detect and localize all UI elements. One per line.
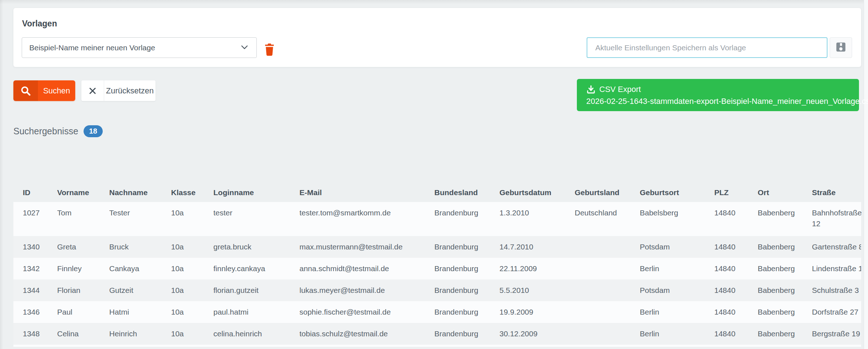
table-cell: Hatmi bbox=[109, 301, 171, 323]
table-cell: greta.bruck bbox=[213, 236, 299, 258]
table-cell: Heinrich bbox=[109, 323, 171, 345]
table-cell: tobias.schulz@testmail.de bbox=[299, 323, 434, 345]
table-cell: anna.schmidt@testmail.de bbox=[299, 258, 434, 279]
table-cell: Berlin bbox=[640, 323, 714, 345]
table-cell: 1346 bbox=[13, 301, 57, 323]
table-cell: 1342 bbox=[13, 258, 57, 279]
table-cell: Babenberg bbox=[758, 236, 812, 258]
results-table: ID Vorname Nachname Klasse Loginname E-M… bbox=[13, 183, 861, 345]
templates-card: Vorlagen Beispiel-Name meiner neuen Vorl… bbox=[13, 8, 861, 67]
save-template-group bbox=[587, 37, 852, 58]
column-header-klasse: Klasse bbox=[171, 183, 213, 202]
table-cell: paul.hatmi bbox=[213, 301, 299, 323]
table-cell: 14.7.2010 bbox=[499, 236, 575, 258]
table-cell: 14840 bbox=[714, 202, 758, 236]
table-cell: Tom bbox=[57, 202, 109, 236]
template-select-value: Beispiel-Name meiner neuen Vorlage bbox=[29, 43, 235, 52]
save-template-button[interactable] bbox=[830, 37, 852, 58]
templates-card-title: Vorlagen bbox=[22, 19, 57, 29]
table-cell: Brandenburg bbox=[434, 279, 499, 301]
table-cell bbox=[575, 323, 640, 345]
table-cell: Babelsberg bbox=[640, 202, 714, 236]
table-cell bbox=[575, 258, 640, 279]
column-header-geburtsdatum: Geburtsdatum bbox=[499, 183, 575, 202]
table-cell: 10a bbox=[171, 301, 213, 323]
table-cell: 10a bbox=[171, 236, 213, 258]
table-cell: 1348 bbox=[13, 323, 57, 345]
table-cell: Brandenburg bbox=[434, 301, 499, 323]
table-cell: 14840 bbox=[714, 279, 758, 301]
table-cell: Bahnhofstraße 12 bbox=[812, 202, 861, 236]
table-row: 1027TomTester10atestertester.tom@smartko… bbox=[13, 202, 861, 236]
table-cell: Berlin bbox=[640, 301, 714, 323]
table-cell: Brandenburg bbox=[434, 258, 499, 279]
table-cell bbox=[575, 301, 640, 323]
table-cell: Finnley bbox=[57, 258, 109, 279]
table-cell: finnley.cankaya bbox=[213, 258, 299, 279]
table-cell: Lindenstraße 15 bbox=[812, 258, 861, 279]
table-cell: Babenberg bbox=[758, 258, 812, 279]
save-icon bbox=[835, 42, 846, 54]
save-template-input[interactable] bbox=[587, 37, 827, 58]
table-cell: 10a bbox=[171, 279, 213, 301]
column-header-ort: Ort bbox=[758, 183, 812, 202]
table-cell: Potsdam bbox=[640, 236, 714, 258]
column-header-geburtsort: Geburtsort bbox=[640, 183, 714, 202]
search-button[interactable]: Suchen bbox=[13, 80, 75, 101]
csv-export-label: CSV Export bbox=[599, 83, 641, 95]
table-cell: 14840 bbox=[714, 323, 758, 345]
table-cell: tester.tom@smartkomm.de bbox=[299, 202, 434, 236]
table-cell: Tester bbox=[109, 202, 171, 236]
table-cell: Celina bbox=[57, 323, 109, 345]
csv-export-button[interactable]: CSV Export 2026-02-25-1643-stammdaten-ex… bbox=[577, 79, 859, 111]
delete-template-button[interactable] bbox=[263, 42, 276, 58]
table-cell: 10a bbox=[171, 323, 213, 345]
results-count-badge: 18 bbox=[84, 125, 102, 137]
scrollbar-track[interactable] bbox=[864, 0, 868, 349]
table-cell: Cankaya bbox=[109, 258, 171, 279]
table-cell: 1344 bbox=[13, 279, 57, 301]
table-cell: Babenberg bbox=[758, 279, 812, 301]
close-icon bbox=[81, 80, 104, 101]
table-cell: Gartenstraße 8 bbox=[812, 236, 861, 258]
table-cell: Bruck bbox=[109, 236, 171, 258]
table-cell: 10a bbox=[171, 258, 213, 279]
table-cell: lukas.meyer@testmail.de bbox=[299, 279, 434, 301]
table-cell bbox=[575, 279, 640, 301]
csv-export-filename: 2026-02-25-1643-stammdaten-export-Beispi… bbox=[586, 97, 868, 106]
results-label: Suchergebnisse bbox=[13, 126, 78, 136]
left-edge-shadow bbox=[0, 0, 3, 349]
table-row: 1344FlorianGutzeit10aflorian.gutzeitluka… bbox=[13, 279, 861, 301]
reset-button-label: Zurücksetzen bbox=[104, 80, 156, 101]
table-cell: 19.9.2009 bbox=[499, 301, 575, 323]
table-row: 1342FinnleyCankaya10afinnley.cankayaanna… bbox=[13, 258, 861, 279]
table-cell: 5.5.2010 bbox=[499, 279, 575, 301]
column-header-email: E-Mail bbox=[299, 183, 434, 202]
table-cell: 30.12.2009 bbox=[499, 323, 575, 345]
column-header-geburtsland: Geburtsland bbox=[575, 183, 640, 202]
table-cell: 14840 bbox=[714, 236, 758, 258]
reset-button[interactable]: Zurücksetzen bbox=[81, 80, 156, 101]
table-cell: tester bbox=[213, 202, 299, 236]
table-cell: Berlin bbox=[640, 258, 714, 279]
next-row-partial bbox=[13, 345, 861, 347]
table-header-row: ID Vorname Nachname Klasse Loginname E-M… bbox=[13, 183, 861, 202]
column-header-id: ID bbox=[13, 183, 57, 202]
table-cell: max.mustermann@testmail.de bbox=[299, 236, 434, 258]
results-header: Suchergebnisse 18 bbox=[13, 125, 103, 137]
table-cell: 1.3.2010 bbox=[499, 202, 575, 236]
download-icon bbox=[586, 85, 596, 94]
table-cell: Babenberg bbox=[758, 301, 812, 323]
column-header-vorname: Vorname bbox=[57, 183, 109, 202]
table-cell: 22.11.2009 bbox=[499, 258, 575, 279]
table-cell: Potsdam bbox=[640, 279, 714, 301]
table-row: 1348CelinaHeinrich10acelina.heinrichtobi… bbox=[13, 323, 861, 345]
table-row: 1346PaulHatmi10apaul.hatmisophie.fischer… bbox=[13, 301, 861, 323]
template-select[interactable]: Beispiel-Name meiner neuen Vorlage bbox=[22, 37, 257, 58]
search-icon bbox=[13, 80, 38, 101]
table-cell: Schulstraße 3 bbox=[812, 279, 861, 301]
column-header-bundesland: Bundesland bbox=[434, 183, 499, 202]
table-cell: 10a bbox=[171, 202, 213, 236]
trash-icon bbox=[264, 42, 275, 58]
table-cell: Gutzeit bbox=[109, 279, 171, 301]
